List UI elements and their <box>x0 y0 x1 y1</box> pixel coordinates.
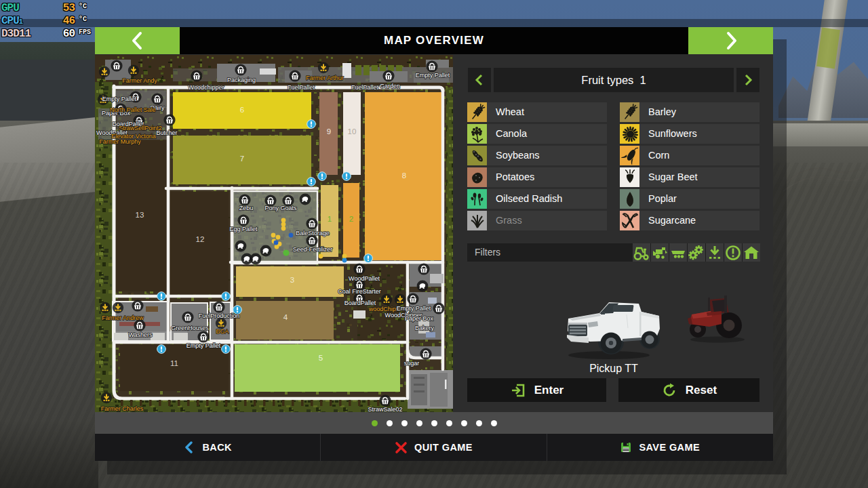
svg-text:Seed-Fertilizer: Seed-Fertilizer <box>293 246 333 253</box>
svg-text:9: 9 <box>327 127 331 136</box>
svg-text:5: 5 <box>319 354 323 362</box>
svg-text:Paper Box: Paper Box <box>405 315 434 322</box>
svg-text:Farmer Charles: Farmer Charles <box>101 405 144 412</box>
svg-text:Woodchipper: Woodchipper <box>189 84 224 91</box>
svg-text:Farmer Andy: Farmer Andy <box>122 77 157 84</box>
svg-text:Butcher: Butcher <box>156 129 177 136</box>
svg-text:GreenHouses: GreenHouses <box>171 325 209 331</box>
svg-text:Empty Pallet: Empty Pallet <box>397 305 431 312</box>
svg-text:Empty Pallet: Empty Pallet <box>416 72 450 79</box>
svg-text:12: 12 <box>196 235 205 243</box>
svg-text:11: 11 <box>170 359 178 367</box>
svg-text:Empty Pallet: Empty Pallet <box>102 96 137 102</box>
svg-text:BGA: BGA <box>216 328 229 335</box>
svg-text:BaleStorage: BaleStorage <box>296 230 330 237</box>
svg-text:WoodPallet: WoodPallet <box>349 275 380 282</box>
svg-text:Egg Pallet: Egg Pallet <box>229 226 258 232</box>
svg-text:Bakery: Bakery <box>415 325 435 331</box>
svg-text:Farmer Arthur: Farmer Arthur <box>306 75 344 81</box>
svg-text:1: 1 <box>328 215 332 223</box>
svg-text:Coal FireStarter: Coal FireStarter <box>338 288 381 295</box>
svg-text:FuelProduction: FuelProduction <box>199 312 240 319</box>
svg-text:Farmer Andrew: Farmer Andrew <box>102 314 144 321</box>
svg-text:7: 7 <box>240 155 244 163</box>
svg-text:FuelPallet: FuelPallet <box>351 84 379 91</box>
svg-text:North Pallet Sale: North Pallet Sale <box>110 106 156 113</box>
svg-text:Empty Pallet: Empty Pallet <box>186 342 221 349</box>
svg-text:sugar: sugar <box>404 360 420 367</box>
svg-text:Zebu: Zebu <box>239 205 254 211</box>
svg-text:StrawSale02: StrawSale02 <box>368 406 402 412</box>
svg-text:2: 2 <box>349 215 353 223</box>
svg-text:3: 3 <box>290 276 294 284</box>
svg-text:13: 13 <box>136 211 144 219</box>
svg-text:Garden: Garden <box>380 83 400 89</box>
svg-text:10: 10 <box>348 127 357 136</box>
svg-text:Farmer Murphy: Farmer Murphy <box>99 138 141 145</box>
svg-text:Washers: Washers <box>128 331 153 338</box>
svg-text:6: 6 <box>240 106 244 114</box>
svg-text:8: 8 <box>402 171 406 180</box>
svg-text:Packaging: Packaging <box>227 77 256 83</box>
svg-text:FuelPallet: FuelPallet <box>288 84 315 91</box>
svg-text:4: 4 <box>283 313 288 321</box>
svg-text:Pony Goats: Pony Goats <box>264 205 297 211</box>
